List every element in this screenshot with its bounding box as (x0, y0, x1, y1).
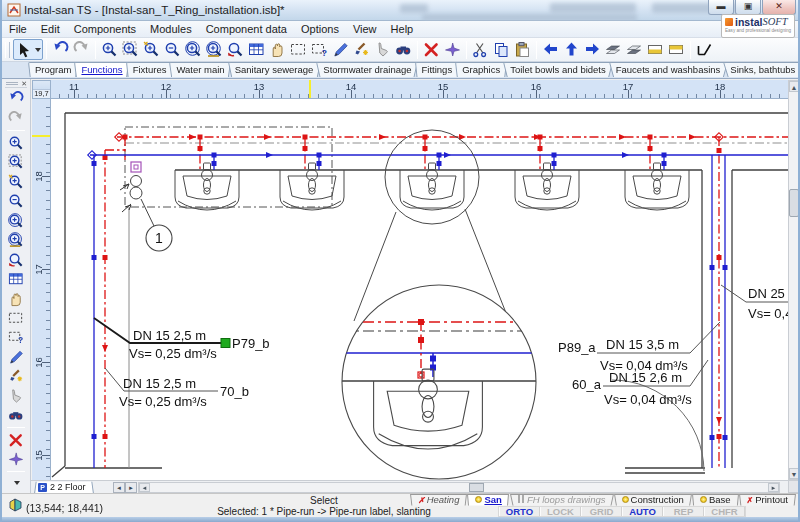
horizontal-scrollbar[interactable]: ◄ ► (138, 482, 780, 493)
delete-button[interactable] (5, 430, 27, 449)
zoom-out-button[interactable] (162, 39, 183, 60)
scroll-right-icon[interactable]: ► (768, 483, 779, 492)
toggle-chfr[interactable]: CHFR (704, 507, 745, 516)
menu-options[interactable]: Options (294, 22, 346, 36)
select-arrow-button[interactable] (13, 39, 43, 60)
scroll-down-icon[interactable]: ▼ (789, 468, 799, 479)
zoom-out-button[interactable] (5, 192, 27, 211)
more-tools-dropdown[interactable] (5, 474, 27, 493)
format-brush-button[interactable] (351, 39, 372, 60)
find-binoculars-button[interactable] (393, 39, 414, 60)
format-brush-button[interactable] (5, 367, 27, 386)
toggle-rep[interactable]: REP (663, 507, 704, 516)
connection-symbols[interactable] (120, 162, 142, 212)
move-up-button[interactable] (561, 39, 582, 60)
tab-sanitary-sewerage[interactable]: Sanitary sewerage (228, 62, 321, 78)
pipe-label-p89a[interactable]: P89_a DN 15 3,5 m Vs= 0,04 dm³/s (558, 322, 720, 373)
pan-hand-button[interactable] (267, 39, 288, 60)
copy-button[interactable] (491, 39, 512, 60)
menu-help[interactable]: Help (384, 22, 421, 36)
zoom-window-button[interactable] (120, 39, 141, 60)
cut-button[interactable] (470, 39, 491, 60)
trim-tool-button[interactable] (5, 449, 27, 468)
zoom-in-button[interactable] (99, 39, 120, 60)
selection-marker[interactable] (221, 339, 230, 348)
zone-boundary[interactable] (125, 127, 332, 207)
tab-water-main[interactable]: Water main (169, 62, 231, 78)
sheet-tab-floor2[interactable]: P2 2 Floor (34, 481, 94, 494)
find-binoculars-button[interactable] (5, 405, 27, 424)
zoom-page-button[interactable] (204, 39, 225, 60)
zoom-extents-button[interactable] (183, 39, 204, 60)
zoom-extents-button[interactable] (5, 211, 27, 230)
select-rect-query-button[interactable] (309, 39, 330, 60)
menu-components[interactable]: Components (67, 22, 143, 36)
paste-button[interactable] (512, 39, 533, 60)
redo-button[interactable] (71, 39, 92, 60)
table-button[interactable] (5, 269, 27, 288)
vertical-scrollbar[interactable]: ▲ ▼ (788, 80, 800, 480)
zoom-window-button[interactable] (5, 153, 27, 172)
pan-hand-button[interactable] (5, 289, 27, 308)
delete-button[interactable] (421, 39, 442, 60)
zoom-previous-button[interactable] (5, 250, 27, 269)
tab-faucets-washbasins[interactable]: Faucets and washbasins (609, 62, 728, 78)
tab-sinks-bathtubs[interactable]: Sinks, bathtubs and showers (723, 62, 800, 78)
module-tab-fh-loops[interactable]: FH loops drawings (510, 494, 614, 506)
tab-stormwater-drainage[interactable]: Stormwater drainage (316, 62, 418, 78)
pointer-button[interactable] (372, 39, 393, 60)
vertical-scroll-thumb[interactable] (789, 189, 799, 217)
pipe-label-p79b[interactable]: DN 15 2,5 m Vs= 0,25 dm³/s P79_b (94, 318, 270, 361)
prev-sheet-button[interactable]: ◄ (113, 482, 125, 493)
zoom-dynamic-button[interactable] (141, 39, 162, 60)
undo-button[interactable] (50, 39, 71, 60)
tab-fixtures[interactable]: Fixtures (126, 62, 174, 78)
tab-fittings[interactable]: Fittings (415, 62, 460, 78)
angle-measure-button[interactable] (694, 39, 715, 60)
pencil-button[interactable] (5, 347, 27, 366)
scroll-up-icon[interactable]: ▲ (789, 81, 799, 92)
panel-bottom-button[interactable] (645, 39, 666, 60)
move-right-button[interactable] (582, 39, 603, 60)
menu-component-data[interactable]: Component data (199, 22, 294, 36)
close-button[interactable]: ✕ (762, 0, 796, 15)
tab-graphics[interactable]: Graphics (455, 62, 507, 78)
module-tab-printout[interactable]: ✗Printout (739, 494, 796, 506)
close-icon[interactable]: ✕ (21, 80, 27, 87)
module-tab-san[interactable]: San (467, 494, 509, 506)
horizontal-scroll-thumb[interactable] (469, 483, 484, 492)
chevron-down-icon[interactable] (35, 48, 41, 52)
toolbar-grip[interactable] (5, 42, 10, 58)
pencil-button[interactable] (330, 39, 351, 60)
module-tab-base[interactable]: Base (692, 494, 739, 506)
table-button[interactable] (246, 39, 267, 60)
maximize-button[interactable]: ▣ (735, 0, 761, 15)
pointer-button[interactable] (5, 386, 27, 405)
pipe-label-70b[interactable]: DN 15 2,5 m Vs= 0,25 dm³/s 70_b (105, 368, 249, 409)
palette-grip[interactable]: ✕ (5, 80, 27, 88)
layers-front-button[interactable] (624, 39, 645, 60)
menu-edit[interactable]: Edit (34, 22, 67, 36)
zoom-dynamic-button[interactable] (5, 172, 27, 191)
zoom-previous-button[interactable] (225, 39, 246, 60)
module-tab-heating[interactable]: ✗Heating (410, 494, 467, 506)
panel-top-button[interactable] (666, 39, 687, 60)
toggle-orto[interactable]: ORTO (499, 507, 540, 516)
drawing-canvas[interactable]: 1 DN 15 2,5 m Vs= 0,25 dm³/s (51, 99, 788, 480)
next-sheet-button[interactable]: ► (125, 482, 137, 493)
select-rect-button[interactable] (288, 39, 309, 60)
toggle-lock[interactable]: LOCK (540, 507, 581, 516)
zoom-in-button[interactable] (5, 133, 27, 152)
zoom-page-button[interactable] (5, 230, 27, 249)
layers-back-button[interactable] (603, 39, 624, 60)
minimize-button[interactable]: ▬ (708, 0, 734, 15)
detail-bubble-circle[interactable] (342, 285, 536, 479)
undo-button[interactable] (5, 89, 27, 108)
tab-toilet-bowls[interactable]: Toilet bowls and bidets (503, 62, 613, 78)
tab-program[interactable]: Program (28, 62, 78, 78)
menu-file[interactable]: File (2, 22, 34, 36)
tab-functions[interactable]: Functions (74, 62, 129, 78)
trim-tool-button[interactable] (442, 39, 463, 60)
move-left-button[interactable] (540, 39, 561, 60)
menu-modules[interactable]: Modules (143, 22, 199, 36)
